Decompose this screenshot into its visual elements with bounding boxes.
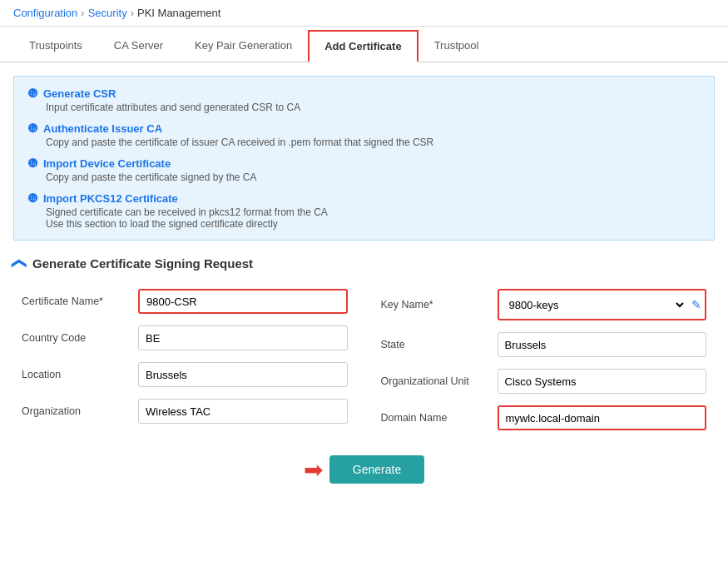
form-row-country: Country Code — [22, 325, 348, 350]
form-row-state: State — [381, 332, 707, 357]
info-icon-3: ❿ — [27, 156, 38, 170]
breadcrumb-security[interactable]: Security — [88, 7, 127, 19]
key-name-select[interactable]: 9800-keys — [503, 292, 687, 317]
info-desc-1: Input certificate attributes and send ge… — [27, 102, 701, 113]
chevron-down-icon[interactable]: ❮ — [11, 257, 29, 270]
breadcrumb-config[interactable]: Configuration — [13, 7, 77, 19]
button-area: ➡ Generate — [13, 455, 715, 484]
generate-button[interactable]: Generate — [329, 455, 424, 484]
info-desc-4a: Signed certificate can be received in pk… — [27, 206, 701, 218]
domain-label: Domain Name — [381, 412, 489, 424]
form-row-cert-name: Certificate Name* — [22, 289, 348, 314]
arrow-indicator-icon: ➡ — [304, 456, 323, 484]
info-item-generate-csr: ❿ Generate CSR Input certificate attribu… — [27, 87, 701, 113]
info-title-4: Import PKCS12 Certificate — [43, 192, 178, 205]
generate-csr-section: ❮ Generate Certificate Signing Request C… — [13, 254, 715, 484]
state-input[interactable] — [498, 332, 707, 357]
section-title: Generate Certificate Signing Request — [32, 256, 253, 271]
info-title-1: Generate CSR — [43, 87, 116, 100]
tab-ca-server[interactable]: CA Server — [98, 30, 179, 62]
info-item-auth-issuer: ❿ Authenticate Issuer CA Copy and paste … — [27, 122, 701, 148]
tab-key-pair-generation[interactable]: Key Pair Generation — [179, 30, 308, 62]
info-desc-3: Copy and paste the certificate signed by… — [27, 171, 701, 183]
country-code-input[interactable] — [138, 325, 348, 350]
country-code-label: Country Code — [22, 332, 130, 344]
form-col-right: Key Name* 9800-keys ✎ State Organization… — [381, 289, 707, 430]
info-icon-1: ❿ — [27, 87, 38, 100]
info-item-import-pkcs12: ❿ Import PKCS12 Certificate Signed certi… — [27, 191, 701, 230]
cert-name-input[interactable] — [138, 289, 348, 314]
form-grid: Certificate Name* Country Code Location … — [13, 289, 715, 430]
location-label: Location — [22, 369, 130, 380]
form-row-org-unit: Organizational Unit — [381, 369, 707, 394]
form-row-domain: Domain Name — [381, 405, 707, 430]
org-unit-input[interactable] — [498, 369, 707, 394]
form-row-key-name: Key Name* 9800-keys ✎ — [381, 289, 707, 320]
domain-input[interactable] — [498, 405, 707, 430]
section-header: ❮ Generate Certificate Signing Request — [13, 254, 715, 272]
form-row-org: Organization — [22, 399, 348, 424]
info-icon-4: ❿ — [27, 191, 38, 205]
key-name-label: Key Name* — [381, 299, 489, 310]
info-box: ❿ Generate CSR Input certificate attribu… — [13, 76, 715, 241]
state-label: State — [381, 339, 489, 350]
tab-add-certificate[interactable]: Add Certificate — [308, 30, 418, 62]
location-input[interactable] — [138, 362, 348, 387]
tab-bar: Trustpoints CA Server Key Pair Generatio… — [0, 30, 728, 62]
info-icon-2: ❿ — [27, 122, 38, 135]
info-title-2: Authenticate Issuer CA — [43, 122, 162, 135]
info-title-3: Import Device Certificate — [43, 157, 171, 170]
info-item-import-device: ❿ Import Device Certificate Copy and pas… — [27, 156, 701, 183]
org-unit-label: Organizational Unit — [381, 375, 489, 387]
tab-trustpoints[interactable]: Trustpoints — [13, 30, 98, 62]
form-col-left: Certificate Name* Country Code Location … — [22, 289, 348, 430]
breadcrumb: Configuration › Security › PKI Managemen… — [0, 0, 728, 27]
info-desc-4b: Use this section to load the signed cert… — [27, 218, 701, 230]
form-row-location: Location — [22, 362, 348, 387]
breadcrumb-sep1: › — [81, 7, 84, 19]
edit-icon[interactable]: ✎ — [691, 298, 701, 311]
cert-name-label: Certificate Name* — [22, 295, 130, 307]
breadcrumb-sep2: › — [131, 7, 134, 19]
tab-trustpool[interactable]: Trustpool — [418, 30, 495, 62]
org-input[interactable] — [138, 399, 348, 424]
breadcrumb-current: PKI Management — [137, 7, 220, 19]
org-label: Organization — [22, 405, 130, 417]
info-desc-2: Copy and paste the certificate of issuer… — [27, 137, 701, 148]
